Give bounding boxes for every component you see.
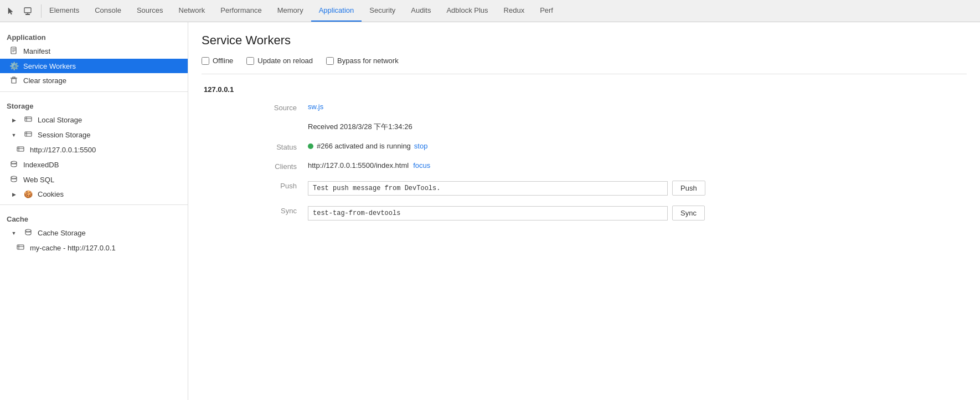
sidebar-item-web-sql[interactable]: Web SQL — [0, 172, 188, 187]
local-storage-expand-icon: ▶ — [9, 117, 19, 123]
cursor-icon[interactable] — [4, 4, 18, 18]
sidebar-item-my-cache[interactable]: my-cache - http://127.0.0.1 — [0, 240, 188, 255]
sidebar-section-storage: Storage — [0, 95, 188, 112]
sidebar-item-manifest[interactable]: Manifest — [0, 44, 188, 59]
cookies-icon: 🍪 — [23, 190, 33, 198]
indexeddb-icon — [9, 160, 19, 170]
sidebar-item-indexeddb[interactable]: IndexedDB — [0, 157, 188, 172]
svg-rect-12 — [25, 132, 32, 136]
web-sql-icon — [9, 175, 19, 184]
sidebar: Application Manifest ⚙️ Service Workers — [0, 22, 188, 400]
cache-storage-label: Cache Storage — [38, 229, 86, 237]
inspect-icon[interactable] — [21, 4, 34, 18]
cookies-label: Cookies — [38, 190, 64, 198]
service-workers-label: Service Workers — [23, 62, 76, 70]
sidebar-divider-1 — [0, 91, 188, 92]
main-layout: Application Manifest ⚙️ Service Workers — [0, 22, 980, 400]
push-button[interactable]: Push — [672, 181, 705, 196]
sidebar-item-session-storage-url[interactable]: http://127.0.0.1:5500 — [0, 142, 188, 157]
options-row: Offline Update on reload Bypass for netw… — [202, 57, 967, 74]
svg-point-20 — [11, 176, 17, 178]
manifest-icon — [9, 47, 19, 56]
focus-link[interactable]: focus — [413, 161, 430, 170]
sidebar-item-session-storage[interactable]: ▼ Session Storage — [0, 127, 188, 142]
update-on-reload-label: Update on reload — [257, 57, 313, 65]
sidebar-item-cookies[interactable]: ▶ 🍪 Cookies — [0, 187, 188, 201]
svg-rect-1 — [25, 14, 30, 15]
sw-details: Source sw.js Received 2018/3/28 下午1:34:2… — [202, 102, 967, 220]
source-label: Source — [257, 102, 301, 112]
clear-storage-icon — [9, 76, 19, 85]
tab-application[interactable]: Application — [311, 0, 362, 22]
push-row: Push — [308, 181, 967, 196]
bypass-for-network-option[interactable]: Bypass for network — [326, 57, 399, 65]
tab-audits[interactable]: Audits — [403, 0, 439, 22]
cookies-expand-icon: ▶ — [9, 192, 19, 197]
sync-label: Sync — [257, 206, 301, 215]
tab-sources[interactable]: Sources — [129, 0, 171, 22]
update-on-reload-option[interactable]: Update on reload — [246, 57, 313, 65]
tab-redux[interactable]: Redux — [496, 0, 533, 22]
update-on-reload-checkbox[interactable] — [246, 57, 254, 65]
my-cache-icon — [16, 243, 25, 253]
page-title: Service Workers — [202, 33, 967, 48]
service-workers-icon: ⚙️ — [9, 61, 19, 70]
session-storage-expand-icon: ▼ — [9, 132, 19, 138]
svg-point-22 — [25, 229, 31, 232]
toolbar-icons — [4, 4, 42, 18]
svg-point-18 — [11, 161, 17, 163]
sync-button[interactable]: Sync — [672, 206, 705, 220]
status-value: #266 activated and is running stop — [308, 142, 967, 150]
local-storage-icon — [23, 115, 33, 125]
tab-perf[interactable]: Perf — [532, 0, 561, 22]
sync-row: Sync — [308, 206, 967, 220]
offline-option[interactable]: Offline — [202, 57, 233, 65]
tab-network[interactable]: Network — [171, 0, 213, 22]
sidebar-section-application: Application — [0, 27, 188, 44]
tab-console[interactable]: Console — [87, 0, 129, 22]
svg-rect-0 — [24, 8, 31, 13]
indexeddb-label: IndexedDB — [23, 161, 59, 169]
session-storage-icon — [23, 130, 33, 140]
tab-elements[interactable]: Elements — [42, 0, 87, 22]
sidebar-item-cache-storage[interactable]: ▼ Cache Storage — [0, 225, 188, 240]
session-storage-url-icon — [16, 145, 25, 155]
sidebar-item-service-workers[interactable]: ⚙️ Service Workers — [0, 59, 188, 73]
source-value: sw.js — [308, 102, 967, 111]
clients-label: Clients — [257, 161, 301, 171]
sync-input[interactable] — [308, 206, 668, 220]
status-dot — [308, 143, 313, 149]
sidebar-item-local-storage[interactable]: ▶ Local Storage — [0, 112, 188, 127]
local-storage-label: Local Storage — [38, 116, 82, 124]
received-value: Received 2018/3/28 下午1:34:26 — [308, 122, 967, 132]
clients-url: http://127.0.0.1:5500/index.html — [308, 161, 409, 170]
sidebar-divider-2 — [0, 204, 188, 205]
sidebar-item-clear-storage[interactable]: Clear storage — [0, 73, 188, 88]
toolbar-tabs: Elements Console Sources Network Perform… — [42, 0, 561, 22]
tab-memory[interactable]: Memory — [270, 0, 311, 22]
svg-rect-15 — [17, 147, 24, 151]
sidebar-section-cache: Cache — [0, 208, 188, 225]
tab-security[interactable]: Security — [362, 0, 403, 22]
content-area: Service Workers Offline Update on reload… — [188, 22, 980, 400]
manifest-label: Manifest — [23, 47, 50, 55]
offline-label: Offline — [213, 57, 233, 65]
bypass-for-network-label: Bypass for network — [337, 57, 399, 65]
push-input[interactable] — [308, 181, 668, 196]
tab-performance[interactable]: Performance — [213, 0, 269, 22]
sw-host: 127.0.0.1 — [202, 85, 967, 94]
bypass-for-network-checkbox[interactable] — [326, 57, 334, 65]
web-sql-label: Web SQL — [23, 176, 54, 184]
offline-checkbox[interactable] — [202, 57, 209, 65]
cache-storage-icon — [23, 228, 33, 238]
source-link[interactable]: sw.js — [308, 102, 323, 111]
stop-link[interactable]: stop — [414, 142, 428, 150]
cache-storage-expand-icon: ▼ — [9, 230, 19, 236]
status-text: #266 activated and is running — [317, 142, 411, 150]
clear-storage-label: Clear storage — [23, 76, 66, 85]
session-storage-url-label: http://127.0.0.1:5500 — [30, 146, 96, 154]
clients-value: http://127.0.0.1:5500/index.html focus — [308, 161, 967, 170]
my-cache-label: my-cache - http://127.0.0.1 — [30, 244, 116, 252]
svg-rect-9 — [25, 117, 32, 121]
tab-adblock[interactable]: Adblock Plus — [439, 0, 496, 22]
